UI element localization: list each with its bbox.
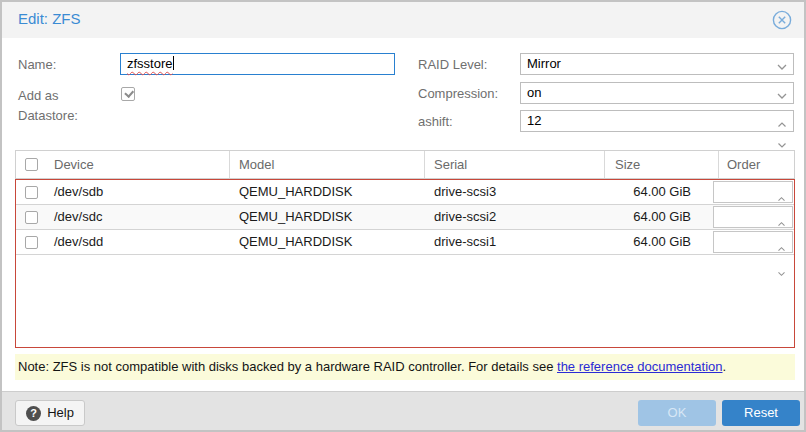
device-cell: /dev/sdb bbox=[46, 180, 230, 204]
row-select-cell bbox=[16, 205, 46, 229]
model-cell: QEMU_HARDDISK bbox=[230, 180, 425, 204]
ok-button[interactable]: OK bbox=[638, 400, 716, 426]
spinner-down-icon[interactable] bbox=[777, 261, 786, 285]
raid-level-label: RAID Level: bbox=[418, 55, 487, 75]
order-cell bbox=[719, 230, 794, 254]
compression-value: on bbox=[527, 85, 541, 100]
order-cell bbox=[719, 205, 794, 229]
chevron-down-icon[interactable] bbox=[776, 88, 788, 108]
reference-documentation-link[interactable]: the reference documentation bbox=[557, 359, 723, 374]
ashift-label: ashift: bbox=[418, 112, 453, 132]
name-label: Name: bbox=[18, 55, 56, 75]
text-caret bbox=[173, 56, 174, 70]
select-all-checkbox[interactable] bbox=[25, 158, 38, 171]
spinner-up-icon[interactable] bbox=[777, 236, 786, 260]
note-text-end: . bbox=[723, 359, 727, 374]
device-cell: /dev/sdd bbox=[46, 230, 230, 254]
dialog-footer: ? Help OK Reset bbox=[2, 391, 804, 430]
edit-zfs-dialog: Edit: ZFS Name: zfsstore Add as Datastor… bbox=[0, 0, 806, 432]
serial-cell: drive-scsi2 bbox=[425, 205, 605, 229]
column-header-size[interactable]: Size bbox=[605, 151, 719, 178]
raid-level-value: Mirror bbox=[527, 56, 561, 71]
table-row[interactable]: /dev/sdd QEMU_HARDDISK drive-scsi1 64.00… bbox=[16, 230, 794, 255]
row-checkbox[interactable] bbox=[25, 211, 38, 224]
compression-label: Compression: bbox=[418, 84, 498, 104]
close-icon[interactable] bbox=[772, 10, 792, 30]
select-all-cell bbox=[16, 151, 46, 178]
question-circle-icon: ? bbox=[26, 406, 41, 421]
row-checkbox[interactable] bbox=[25, 236, 38, 249]
add-as-datastore-label: Add as Datastore: bbox=[18, 86, 113, 126]
spinner-up-icon[interactable] bbox=[777, 114, 787, 134]
row-select-cell bbox=[16, 180, 46, 204]
order-spinner[interactable] bbox=[713, 181, 793, 203]
row-checkbox[interactable] bbox=[25, 186, 38, 199]
dialog-title: Edit: ZFS bbox=[18, 10, 81, 27]
serial-cell: drive-scsi1 bbox=[425, 230, 605, 254]
column-header-order[interactable]: Order bbox=[719, 151, 794, 178]
order-spinner[interactable] bbox=[713, 231, 793, 253]
row-select-cell bbox=[16, 230, 46, 254]
serial-cell: drive-scsi3 bbox=[425, 180, 605, 204]
column-header-serial[interactable]: Serial bbox=[425, 151, 605, 178]
size-cell: 64.00 GiB bbox=[605, 205, 719, 229]
dialog-titlebar: Edit: ZFS bbox=[2, 2, 804, 38]
table-row[interactable]: /dev/sdc QEMU_HARDDISK drive-scsi2 64.00… bbox=[16, 205, 794, 230]
zfs-note: Note: ZFS is not compatible with disks b… bbox=[15, 354, 795, 380]
compression-select[interactable]: on bbox=[520, 82, 794, 104]
name-input-value: zfsstore bbox=[127, 56, 173, 71]
raid-level-select[interactable]: Mirror bbox=[520, 53, 794, 75]
ashift-value: 12 bbox=[527, 113, 541, 128]
size-cell: 64.00 GiB bbox=[605, 180, 719, 204]
model-cell: QEMU_HARDDISK bbox=[230, 230, 425, 254]
reset-button[interactable]: Reset bbox=[722, 400, 800, 426]
disk-table-header: Device Model Serial Size Order bbox=[15, 150, 795, 179]
note-text: Note: ZFS is not compatible with disks b… bbox=[18, 359, 557, 374]
device-cell: /dev/sdc bbox=[46, 205, 230, 229]
column-header-device[interactable]: Device bbox=[46, 151, 230, 178]
size-cell: 64.00 GiB bbox=[605, 230, 719, 254]
disk-table-body: /dev/sdb QEMU_HARDDISK drive-scsi3 64.00… bbox=[15, 179, 795, 348]
help-button[interactable]: ? Help bbox=[15, 400, 85, 426]
order-cell bbox=[719, 180, 794, 204]
add-as-datastore-checkbox[interactable] bbox=[121, 87, 135, 101]
model-cell: QEMU_HARDDISK bbox=[230, 205, 425, 229]
ashift-spinner[interactable]: 12 bbox=[520, 110, 794, 132]
name-input[interactable]: zfsstore bbox=[120, 53, 395, 75]
order-spinner[interactable] bbox=[713, 206, 793, 228]
table-row[interactable]: /dev/sdb QEMU_HARDDISK drive-scsi3 64.00… bbox=[16, 180, 794, 205]
help-button-label: Help bbox=[47, 400, 74, 426]
column-header-model[interactable]: Model bbox=[230, 151, 425, 178]
chevron-down-icon[interactable] bbox=[776, 59, 788, 79]
